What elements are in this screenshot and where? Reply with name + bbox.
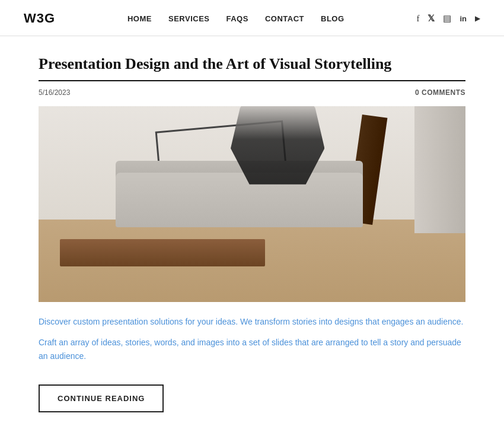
- main-nav: HOME SERVICES FAQS CONTACT BLOG: [127, 14, 344, 23]
- social-icons-bar: f 𝕏 ▤ in ▶: [416, 13, 480, 24]
- nav-contact[interactable]: CONTACT: [265, 14, 304, 23]
- facebook-icon[interactable]: f: [416, 14, 419, 24]
- coffee-table: [60, 239, 265, 266]
- article-meta: 5/16/2023 0 COMMENTS: [39, 88, 465, 97]
- site-logo[interactable]: W3G: [24, 11, 55, 26]
- title-divider: [39, 80, 465, 81]
- article-image: [39, 106, 465, 302]
- main-content: Presentation Design and the Art of Visua…: [27, 36, 477, 436]
- article-comments: 0 COMMENTS: [415, 88, 465, 97]
- article-date: 5/16/2023: [39, 88, 70, 97]
- article-paragraph-1: Discover custom presentation solutions f…: [39, 315, 465, 329]
- nav-home[interactable]: HOME: [127, 14, 152, 23]
- sofa: [116, 173, 363, 227]
- article-title: Presentation Design and the Art of Visua…: [39, 54, 465, 74]
- person-silhouette: [231, 106, 324, 185]
- linkedin-icon[interactable]: in: [460, 14, 467, 23]
- youtube-icon[interactable]: ▶: [475, 14, 480, 23]
- article-body: Discover custom presentation solutions f…: [39, 315, 465, 363]
- nav-services[interactable]: SERVICES: [168, 14, 210, 23]
- nav-blog[interactable]: BLOG: [321, 14, 344, 23]
- article-paragraph-2: Craft an array of ideas, stories, words,…: [39, 336, 465, 363]
- continue-reading-button[interactable]: CONTINUE READING: [39, 384, 164, 412]
- site-header: W3G HOME SERVICES FAQS CONTACT BLOG f 𝕏 …: [0, 0, 504, 36]
- twitter-icon[interactable]: 𝕏: [428, 13, 435, 24]
- scene-bg: [39, 106, 465, 302]
- instagram-icon[interactable]: ▤: [443, 13, 451, 24]
- nav-faqs[interactable]: FAQS: [227, 14, 248, 23]
- room-door: [414, 106, 465, 234]
